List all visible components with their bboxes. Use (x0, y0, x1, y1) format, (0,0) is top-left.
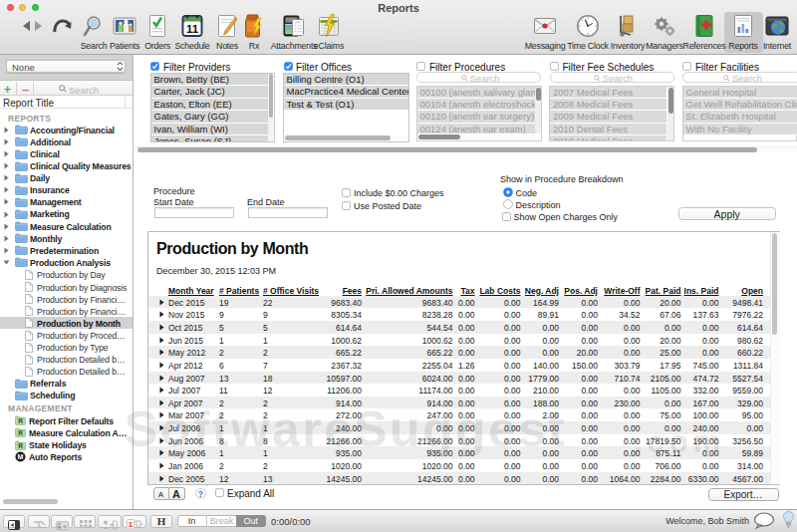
svg-text:R: R (18, 429, 23, 436)
svg-text:R: R (18, 417, 23, 424)
svg-text:1: 1 (129, 520, 133, 529)
svg-text:M: M (17, 453, 23, 460)
svg-text:11: 11 (186, 23, 199, 35)
svg-text:R: R (18, 442, 23, 449)
